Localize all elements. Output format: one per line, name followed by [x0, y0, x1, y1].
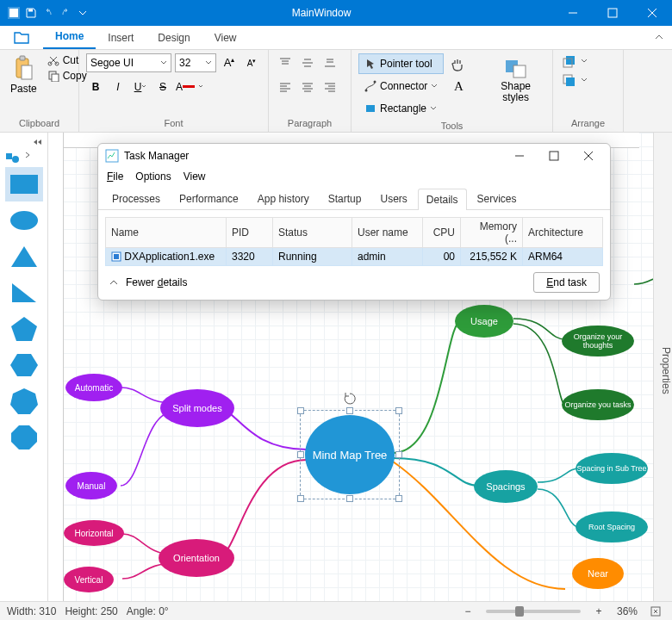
zoom-slider[interactable]: [486, 610, 581, 613]
grow-font-button[interactable]: A▴: [220, 53, 239, 72]
paste-button[interactable]: Paste: [7, 53, 40, 96]
zoom-out-button[interactable]: −: [458, 602, 477, 621]
node-manual[interactable]: Manual: [65, 472, 117, 499]
resize-handle[interactable]: [346, 407, 353, 414]
node-usage-c1[interactable]: Organize your thoughts: [562, 326, 634, 356]
italic-button[interactable]: I: [109, 78, 128, 96]
pointer-tool-button[interactable]: Pointer tool: [358, 53, 444, 74]
zoom-fit-button[interactable]: [646, 602, 665, 621]
resize-handle[interactable]: [297, 451, 304, 458]
shrink-font-button[interactable]: A▾: [242, 53, 261, 72]
shape-styles-button[interactable]: Shape styles: [486, 53, 545, 105]
align-middle-button[interactable]: [298, 53, 317, 72]
collapse-ribbon-icon[interactable]: [653, 31, 665, 43]
tm-tab-apphistory[interactable]: App history: [249, 188, 318, 209]
node-sp-c2[interactable]: Root Spacing: [576, 512, 648, 542]
properties-panel-tab[interactable]: Properties: [653, 133, 672, 601]
fewer-details-toggle[interactable]: Fewer details: [109, 276, 187, 288]
tm-tab-services[interactable]: Services: [469, 188, 526, 209]
tm-minimize-button[interactable]: [505, 146, 534, 166]
tm-col-user[interactable]: User name: [352, 217, 423, 247]
tm-col-name[interactable]: Name: [106, 217, 227, 247]
shape-pentagon[interactable]: [5, 312, 43, 346]
tm-tab-details[interactable]: Details: [418, 189, 467, 210]
node-split[interactable]: Split modes: [160, 389, 234, 427]
shape-ellipse[interactable]: [5, 203, 43, 238]
tm-tab-processes[interactable]: Processes: [103, 188, 169, 209]
font-color-button[interactable]: A: [176, 78, 195, 96]
shape-hexagon[interactable]: [5, 348, 43, 382]
zoom-slider-thumb[interactable]: [515, 606, 524, 617]
tm-tab-startup[interactable]: Startup: [320, 188, 370, 209]
redo-icon[interactable]: [59, 6, 72, 20]
tm-maximize-button[interactable]: [539, 146, 569, 166]
tm-col-arch[interactable]: Architecture: [523, 217, 603, 247]
node-sp-c1[interactable]: Spacing in Sub Tree: [576, 453, 648, 484]
align-top-button[interactable]: [276, 53, 295, 72]
shape-heptagon[interactable]: [5, 384, 43, 418]
align-bottom-button[interactable]: [320, 53, 339, 72]
pan-tool-button[interactable]: [449, 55, 468, 74]
resize-handle[interactable]: [346, 495, 353, 502]
tm-col-mem[interactable]: Memory (...: [461, 217, 523, 247]
font-family-combo[interactable]: Segoe UI: [86, 53, 171, 72]
resize-handle[interactable]: [395, 407, 402, 414]
tab-home[interactable]: Home: [43, 25, 96, 49]
tm-close-button[interactable]: [574, 146, 603, 166]
tm-tab-users[interactable]: Users: [371, 188, 415, 209]
shape-rectangle[interactable]: [5, 167, 43, 202]
node-auto[interactable]: Automatic: [65, 374, 122, 401]
node-spacings[interactable]: Spacings: [474, 470, 538, 503]
strike-button[interactable]: S: [153, 78, 172, 96]
maximize-button[interactable]: [593, 0, 632, 26]
shapes-group-icon[interactable]: [5, 152, 21, 164]
tm-row[interactable]: DXApplication1.exe 3320 Running admin 00…: [106, 247, 603, 265]
shapes-collapse-icon[interactable]: [32, 138, 42, 146]
text-tool-button[interactable]: A: [449, 77, 468, 96]
tm-menu-view[interactable]: View: [184, 170, 206, 183]
bold-button[interactable]: B: [86, 78, 105, 96]
node-near[interactable]: Near: [572, 558, 624, 589]
bring-front-button[interactable]: [560, 53, 589, 69]
underline-button[interactable]: U: [131, 78, 150, 96]
tm-col-status[interactable]: Status: [273, 217, 352, 247]
close-button[interactable]: [632, 0, 672, 26]
align-right-button[interactable]: [320, 78, 339, 96]
rectangle-tool-button[interactable]: Rectangle: [358, 98, 444, 119]
chevron-right-icon[interactable]: [24, 152, 31, 158]
qat-dropdown-icon[interactable]: [76, 6, 90, 20]
tm-col-pid[interactable]: PID: [227, 217, 273, 247]
file-button[interactable]: [7, 28, 36, 47]
tm-col-cpu[interactable]: CPU: [423, 217, 461, 247]
rotate-handle-icon[interactable]: [343, 392, 357, 406]
tm-menu-file[interactable]: File: [107, 170, 123, 183]
end-task-button[interactable]: End task: [533, 272, 600, 293]
align-center-button[interactable]: [298, 78, 317, 96]
undo-icon[interactable]: [41, 6, 55, 20]
resize-handle[interactable]: [395, 495, 402, 502]
tab-view[interactable]: View: [202, 27, 249, 49]
chevron-down-icon[interactable]: [198, 84, 203, 90]
tm-tab-performance[interactable]: Performance: [171, 188, 247, 209]
shape-octagon[interactable]: [5, 420, 43, 455]
tab-insert[interactable]: Insert: [96, 27, 146, 49]
node-center[interactable]: Mind Map Tree: [305, 415, 395, 494]
resize-handle[interactable]: [297, 407, 304, 414]
resize-handle[interactable]: [395, 451, 402, 458]
align-left-button[interactable]: [276, 78, 295, 96]
tm-menu-options[interactable]: Options: [135, 170, 171, 183]
node-vert[interactable]: Vertical: [64, 567, 114, 592]
shape-triangle[interactable]: [5, 239, 43, 274]
node-usage[interactable]: Usage: [455, 305, 513, 338]
send-back-button[interactable]: [560, 72, 589, 88]
tab-design[interactable]: Design: [146, 27, 202, 49]
zoom-in-button[interactable]: +: [589, 602, 608, 621]
node-usage-c2[interactable]: Organize you tasks: [562, 389, 634, 420]
save-icon[interactable]: [24, 6, 38, 20]
node-orientation[interactable]: Orientation: [159, 539, 234, 577]
shape-right-triangle[interactable]: [5, 276, 43, 310]
resize-handle[interactable]: [297, 495, 304, 502]
node-horiz[interactable]: Horizontal: [64, 520, 124, 546]
font-size-combo[interactable]: 32: [175, 53, 216, 72]
minimize-button[interactable]: [553, 0, 593, 26]
